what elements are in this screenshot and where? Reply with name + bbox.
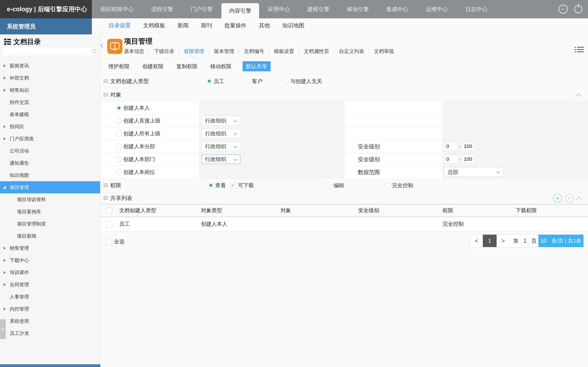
tree-item-internal-control[interactable]: 内控管理 — [0, 303, 100, 315]
org-type-dropdown[interactable]: 行政组织 — [202, 129, 240, 138]
row-checkbox[interactable] — [106, 221, 112, 227]
secnav-other[interactable]: 其他 — [253, 22, 276, 29]
drag-handle-icon[interactable] — [103, 184, 108, 184]
power-logout-icon[interactable] — [574, 5, 582, 13]
subtab-copy-permission[interactable]: 复制权限 — [176, 63, 198, 70]
page-jump-value[interactable]: 1 — [523, 238, 527, 244]
tree-item-form-modeling[interactable]: 表单建模 — [0, 108, 100, 120]
tree-item-sales-knowledge[interactable]: 销售知识 — [0, 84, 100, 96]
radio-creator-position[interactable]: 创建人本岗位 — [116, 166, 155, 178]
radio-creator-branch[interactable]: 创建人本分部 — [116, 140, 155, 153]
tab-version-management[interactable]: 版本管理 — [214, 48, 234, 55]
tree-item-project-training[interactable]: 项目培训资料 — [0, 193, 100, 206]
tree-item-notices[interactable]: 通知通告 — [0, 157, 100, 169]
tab-permission-management[interactable]: 权限管理 — [184, 48, 204, 55]
header-checkbox[interactable] — [106, 207, 112, 214]
radio-creator-department[interactable]: 创建人本部门 — [116, 153, 155, 166]
collapse-section-icon[interactable] — [575, 93, 582, 99]
radio-employee[interactable]: 员工 — [206, 75, 224, 88]
subtab-create-permission[interactable]: 创建权限 — [142, 63, 164, 70]
radio-icon[interactable] — [206, 78, 212, 84]
sidebar-collapse-handle[interactable]: > — [0, 319, 6, 339]
top-nav-content-engine[interactable]: 内容引擎 — [221, 3, 259, 18]
tree-item-staff-salon[interactable]: 员工沙龙 — [0, 327, 100, 339]
radio-icon[interactable] — [283, 78, 289, 84]
more-options-icon[interactable] — [559, 5, 568, 14]
sidebar-search-input[interactable] — [3, 47, 92, 56]
top-nav-org-permission[interactable]: 组织权限中心 — [92, 0, 142, 18]
drag-handle-icon[interactable] — [103, 196, 108, 197]
radio-full-control[interactable]: 完全控制 — [385, 179, 413, 192]
tab-sub-directory[interactable]: 下级目录 — [154, 48, 174, 55]
expand-arrow-icon[interactable] — [4, 308, 6, 310]
top-nav-workflow-engine[interactable]: 流程引擎 — [142, 0, 182, 18]
security-max-input[interactable] — [462, 155, 475, 164]
tree-item-project-management-selected[interactable]: 项目管理 — [0, 181, 100, 193]
radio-icon[interactable] — [245, 78, 250, 84]
radio-icon[interactable] — [208, 183, 214, 188]
tree-item-sales-management[interactable]: 销售管理 — [0, 242, 100, 254]
tab-custom-list[interactable]: 自定义列表 — [339, 48, 364, 55]
expand-arrow-icon[interactable] — [4, 89, 6, 92]
current-page-button[interactable]: 1 — [483, 235, 497, 247]
secnav-directory-settings[interactable]: 目录设置 — [103, 22, 137, 29]
top-nav-log-center[interactable]: 日志中心 — [457, 0, 496, 18]
expand-arrow-icon[interactable] — [4, 125, 6, 128]
radio-icon[interactable] — [116, 156, 122, 162]
tree-item-hr-management[interactable]: 人事管理 — [0, 291, 100, 303]
search-icon[interactable] — [92, 49, 96, 53]
tree-item-collab-zone[interactable]: 协同区 — [0, 120, 100, 133]
tree-item-company-events[interactable]: 公司活动 — [0, 145, 100, 157]
add-share-icon[interactable]: + — [553, 194, 562, 202]
expand-arrow-icon[interactable] — [4, 77, 6, 79]
radio-direct-superior[interactable]: 创建人直接上级 — [116, 115, 160, 127]
secnav-periodical[interactable]: 期刊 — [195, 22, 218, 29]
org-type-dropdown-focused[interactable]: 行政组织 — [202, 155, 240, 164]
radio-icon[interactable] — [116, 105, 122, 111]
expand-arrow-icon[interactable] — [4, 259, 6, 262]
radio-edit[interactable]: 编辑 — [326, 179, 344, 192]
org-type-dropdown[interactable]: 行政组织 — [202, 116, 240, 125]
tab-template-settings[interactable]: 模板设置 — [274, 48, 294, 55]
radio-view[interactable]: 查看 — [208, 179, 226, 192]
tab-doc-number[interactable]: 文档编号 — [244, 48, 264, 55]
collapse-left-icon[interactable] — [100, 43, 105, 48]
security-min-input[interactable] — [444, 155, 458, 164]
tree-item-news[interactable]: 新闻资讯 — [0, 60, 100, 72]
radio-creator-independent[interactable]: 与创建人无关 — [283, 75, 322, 88]
subtab-maintain-permission[interactable]: 维护权限 — [108, 63, 130, 70]
tree-item-system-usage[interactable]: 系统使用 — [0, 315, 100, 327]
prev-page-button[interactable]: < — [470, 235, 483, 247]
radio-icon[interactable] — [116, 144, 122, 149]
share-table-row[interactable]: 员工 创建人本人 完全控制 — [101, 217, 588, 232]
tree-item-project-rules[interactable]: 项目管理制度 — [0, 218, 100, 230]
tree-item-project-news[interactable]: 项目新闻 — [0, 230, 100, 242]
top-nav-app-center[interactable]: 应用中心 — [259, 0, 299, 18]
top-nav-ops-center[interactable]: 运维中心 — [417, 0, 457, 18]
top-nav-mobile-engine[interactable]: 移动引擎 — [338, 0, 378, 18]
subtab-default-share-active[interactable]: 默认共享 — [242, 61, 271, 71]
radio-icon[interactable] — [326, 183, 332, 188]
checkbox-downloadable[interactable]: 可下载 — [230, 179, 254, 192]
org-type-dropdown[interactable]: 行政组织 — [202, 142, 240, 151]
secnav-news[interactable]: 新闻 — [171, 22, 195, 29]
radio-all-superiors[interactable]: 创建人所有上级 — [116, 127, 160, 140]
secnav-batch-operations[interactable]: 批量操作 — [218, 22, 253, 29]
tree-item-project-cases[interactable]: 项目案例库 — [0, 206, 100, 218]
security-max-input[interactable] — [462, 142, 475, 151]
drag-handle-icon[interactable] — [103, 93, 108, 94]
expand-arrow-icon[interactable] — [4, 137, 6, 140]
select-all[interactable]: 全选 — [106, 238, 124, 245]
tree-item-portal-apps[interactable]: 门户应用类 — [0, 133, 100, 145]
top-nav-modeling-engine[interactable]: 建模引擎 — [299, 0, 338, 18]
tree-item-collaboration[interactable]: 协作交流 — [0, 96, 100, 108]
check-icon[interactable] — [230, 182, 236, 189]
tree-item-download-center[interactable]: 下载中心 — [0, 254, 100, 266]
top-nav-portal-engine[interactable]: 门户引擎 — [182, 0, 221, 18]
expand-arrow-icon[interactable] — [4, 283, 6, 286]
tree-item-knowledge-map[interactable]: 知识地图 — [0, 169, 100, 181]
tree-item-external-docs[interactable]: 外部文档 — [0, 72, 100, 84]
radio-customer[interactable]: 客户 — [245, 75, 262, 88]
tree-item-training-courseware[interactable]: 培训课件 — [0, 266, 100, 278]
expand-arrow-icon[interactable] — [4, 247, 6, 250]
